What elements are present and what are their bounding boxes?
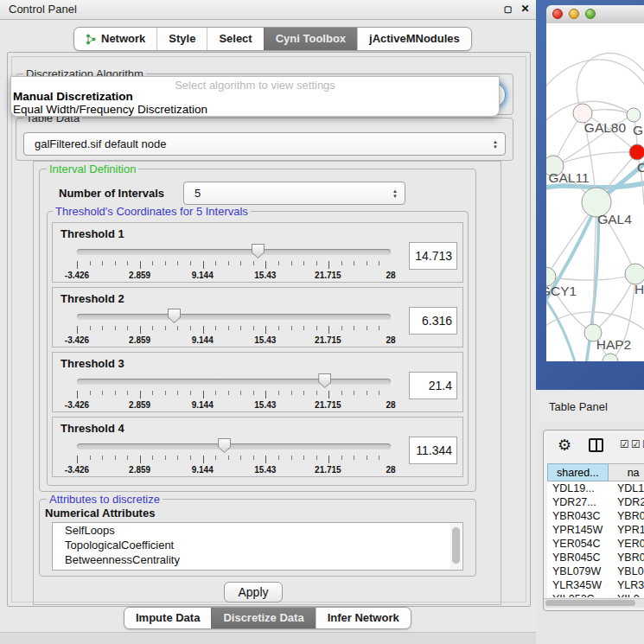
table-row[interactable]: YLR345WYLR3 bbox=[547, 578, 644, 592]
scale-label: 2.859 bbox=[129, 335, 150, 345]
table-row[interactable]: YDL19...YDL1 bbox=[547, 481, 644, 495]
threshold-label: Threshold 1 bbox=[61, 227, 124, 240]
node-label: C bbox=[637, 160, 644, 175]
selected-red-node[interactable] bbox=[629, 144, 644, 160]
attributes-group-title: Attributes to discretize bbox=[47, 493, 163, 506]
settings-panel: Interval Definition Number of Intervals … bbox=[33, 161, 501, 605]
scale-label: 21.715 bbox=[315, 400, 341, 410]
checkbox-icon[interactable]: ☑ bbox=[631, 438, 641, 450]
number-of-intervals-value: 5 bbox=[194, 182, 201, 204]
network-canvas[interactable]: GAL80G.CGAL11GAL4GCY1HHAP2 bbox=[546, 23, 644, 361]
table-row[interactable]: YBR043CYBR0 bbox=[547, 509, 644, 523]
slider-thumb[interactable] bbox=[318, 373, 331, 388]
scale-label: 15.43 bbox=[254, 335, 276, 345]
slider-track[interactable] bbox=[77, 314, 391, 320]
threshold-slider[interactable]: -3.4262.8599.14415.4321.71528 bbox=[77, 244, 391, 280]
zoom-traffic-light-icon[interactable] bbox=[585, 9, 596, 19]
threshold-value-box[interactable]: 21.4 bbox=[409, 372, 457, 399]
threshold-value-box[interactable]: 11.344 bbox=[409, 437, 457, 464]
close-traffic-light-icon[interactable] bbox=[552, 9, 563, 19]
tab-cyni-toolbox[interactable]: Cyni Toolbox bbox=[264, 28, 357, 50]
slider-track[interactable] bbox=[77, 379, 391, 385]
node-label: GAL80 bbox=[584, 120, 627, 135]
gear-icon[interactable]: ⚙ bbox=[558, 436, 571, 455]
table-cell: YER054C bbox=[547, 538, 613, 550]
table-panel-titlebar: Table Panel bbox=[536, 391, 644, 424]
table-cell: YBR045C bbox=[547, 552, 613, 564]
checkbox-icon[interactable]: ☑ bbox=[620, 438, 629, 450]
table-row[interactable]: YDR27...YDR2 bbox=[547, 495, 644, 509]
tab-jactivemnodules[interactable]: jActiveMNodules bbox=[357, 28, 471, 50]
popup-item[interactable]: Manual Discretization bbox=[13, 91, 497, 104]
node-label: GAL4 bbox=[597, 212, 632, 226]
combo-spinner-icon[interactable]: ▲▼ bbox=[392, 188, 398, 199]
tab-label: Impute Data bbox=[136, 609, 200, 628]
attribute-item[interactable]: BetweennessCentrality bbox=[53, 552, 462, 567]
threshold-value-box[interactable]: 14.713 bbox=[409, 242, 457, 270]
table-cell: YLR3 bbox=[613, 579, 644, 591]
attribute-item[interactable]: SelfLoops bbox=[53, 523, 462, 538]
attributes-scrollbar-thumb[interactable] bbox=[452, 527, 460, 564]
threshold-label: Threshold 2 bbox=[61, 292, 124, 305]
apply-button[interactable]: Apply bbox=[224, 582, 283, 603]
attributes-scrollbar[interactable] bbox=[450, 524, 462, 569]
table-cell: YBR0 bbox=[613, 552, 644, 564]
float-window-icon[interactable]: ▢ bbox=[501, 3, 514, 16]
threshold-slider[interactable]: -3.4262.8599.14415.4321.71528 bbox=[77, 373, 391, 410]
numerical-attributes-list[interactable]: SelfLoopsTopologicalCoefficientBetweenne… bbox=[52, 522, 463, 571]
slider-track[interactable] bbox=[77, 249, 391, 255]
table-hscrollbar-thumb[interactable] bbox=[545, 600, 635, 606]
threshold-value: 21.4 bbox=[429, 379, 452, 392]
scale-label: 15.43 bbox=[254, 465, 276, 475]
threshold-slider[interactable]: -3.4262.8599.14415.4321.71528 bbox=[77, 438, 391, 475]
threshold-label: Threshold 3 bbox=[61, 357, 124, 370]
scale-label: -3.426 bbox=[65, 335, 89, 345]
slider-major-ticks bbox=[77, 326, 392, 334]
scale-label: 21.715 bbox=[315, 335, 341, 345]
slider-thumb[interactable] bbox=[168, 309, 181, 323]
combo-spinner-icon[interactable]: ▲▼ bbox=[493, 139, 498, 150]
tab-impute-data[interactable]: Impute Data bbox=[124, 608, 211, 628]
node-label: H bbox=[634, 282, 644, 296]
threshold-value: 6.316 bbox=[422, 314, 452, 328]
popup-item[interactable]: Equal Width/Frequency Discretization bbox=[13, 104, 497, 117]
interval-definition-group: Interval Definition Number of Intervals … bbox=[39, 169, 476, 492]
slider-thumb[interactable] bbox=[218, 438, 231, 453]
table-row[interactable]: YPR145WYPR1 bbox=[547, 523, 644, 537]
node[interactable] bbox=[627, 108, 641, 122]
slider-track[interactable] bbox=[77, 443, 391, 450]
attribute-item[interactable]: TopologicalCoefficient bbox=[53, 538, 462, 552]
scale-label: 28 bbox=[386, 465, 395, 475]
tab-network[interactable]: Network bbox=[74, 28, 156, 50]
number-of-intervals-combo[interactable]: 5 ▲▼ bbox=[183, 182, 405, 205]
table-row[interactable]: YER054CYER0 bbox=[547, 537, 644, 551]
table-row[interactable]: YIL052CYIL0 bbox=[547, 592, 644, 597]
threshold-slider[interactable]: -3.4262.8599.14415.4321.71528 bbox=[77, 309, 391, 345]
scale-label: 2.859 bbox=[129, 400, 150, 410]
numerical-attributes-label: Numerical Attributes bbox=[45, 507, 155, 520]
panel-title: Control Panel bbox=[9, 0, 77, 19]
column-header[interactable]: shared... bbox=[547, 463, 609, 481]
slider-scale: -3.4262.8599.14415.4321.71528 bbox=[77, 400, 391, 411]
table-data-combo[interactable]: galFiltered.sif default node ▲▼ bbox=[23, 132, 506, 156]
close-icon[interactable]: ✕ bbox=[519, 3, 532, 16]
table-row[interactable]: YBL079WYBL0 bbox=[547, 564, 644, 578]
tab-discretize-data[interactable]: Discretize Data bbox=[211, 608, 315, 628]
scale-label: 28 bbox=[386, 271, 395, 280]
table-row[interactable]: YBR045CYBR0 bbox=[547, 551, 644, 564]
scale-label: 2.859 bbox=[129, 465, 150, 475]
tab-style[interactable]: Style bbox=[156, 28, 207, 50]
table-panel-inner: ⚙ ☑ ☑ ☑ shared...na YDL19...YDL1YDR27...… bbox=[543, 430, 644, 611]
tab-infer-network[interactable]: Infer Network bbox=[316, 608, 411, 628]
minimize-traffic-light-icon[interactable] bbox=[569, 9, 579, 19]
slider-major-ticks bbox=[77, 261, 392, 269]
table-hscrollbar[interactable] bbox=[544, 598, 644, 608]
threshold-value-box[interactable]: 6.316 bbox=[409, 307, 457, 335]
column-header[interactable]: na bbox=[609, 463, 644, 481]
table-cell: YBR043C bbox=[547, 510, 613, 522]
attribute-items: SelfLoopsTopologicalCoefficientBetweenne… bbox=[53, 523, 462, 567]
slider-thumb[interactable] bbox=[252, 244, 265, 258]
columns-icon[interactable] bbox=[589, 438, 603, 452]
table-cell: YDL1 bbox=[613, 482, 644, 494]
tab-select[interactable]: Select bbox=[207, 28, 263, 50]
